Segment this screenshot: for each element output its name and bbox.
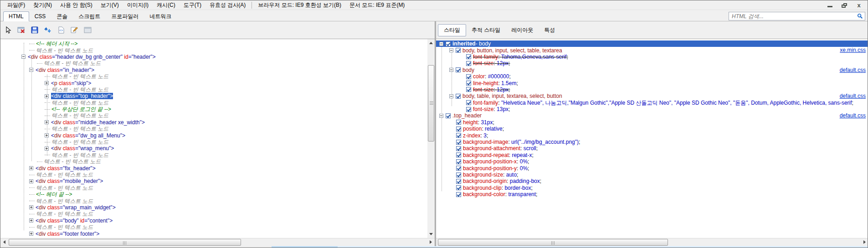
window-button[interactable] <box>82 25 92 35</box>
stylesheet-link[interactable]: default.css <box>840 67 866 73</box>
menu-item[interactable]: 사용 안 함(S) <box>56 0 97 10</box>
menu-item[interactable]: 파일(F) <box>3 0 29 10</box>
tree-row-text-node[interactable]: 텍스트 - 빈 텍스트 노드 <box>0 60 427 66</box>
style-property-row[interactable]: line-height: 1.5em; <box>436 80 868 86</box>
tree-row-text-node[interactable]: 텍스트 - 빈 텍스트 노드 <box>0 86 427 93</box>
collapse-icon[interactable] <box>449 48 453 52</box>
property-enabled-checkbox[interactable] <box>456 166 461 171</box>
tree-row-element[interactable]: <div class="footer footer"> <box>0 230 427 237</box>
tree-row-text-node[interactable]: 텍스트 - 빈 텍스트 노드 <box>0 100 427 106</box>
tree-row-text-node[interactable]: 텍스트 - 빈 텍스트 노드 <box>0 47 427 53</box>
style-property-row[interactable]: font-size: 13px; <box>436 106 868 112</box>
tree-row-element[interactable]: <p class="skip"> <box>0 80 427 86</box>
tree-row-element[interactable]: <div class="wrap_main_widget"> <box>0 204 427 211</box>
style-property-row[interactable]: font-family: "Helvetica Neue", 나눔고딕,"Mal… <box>436 100 868 106</box>
style-pane-tab[interactable]: 레이아웃 <box>506 25 539 36</box>
expand-icon[interactable] <box>45 120 49 124</box>
rule-enabled-checkbox[interactable] <box>456 94 461 99</box>
tree-row-text-node[interactable]: 텍스트 - 빈 텍스트 노드 <box>0 139 427 145</box>
style-property-row[interactable]: position: relative; <box>436 126 868 132</box>
menu-item[interactable]: 이미지(I) <box>123 0 153 10</box>
tree-row-text-node[interactable]: 텍스트 - 빈 텍스트 노드 <box>0 112 427 119</box>
expand-icon[interactable] <box>29 218 33 223</box>
tree-row-element[interactable]: <div class="wrap_menu"> <box>0 145 427 152</box>
tree-row-element[interactable]: <div class="top_header"> <box>0 93 427 99</box>
style-property-row[interactable]: color: #000000; <box>436 73 868 80</box>
style-rule-row[interactable]: .top_headerdefault.css <box>436 112 868 119</box>
tree-row-comment[interactable]: <!-- 우상단 로그인 끝 --> <box>0 106 427 112</box>
style-property-row[interactable]: background-size: auto; <box>436 172 868 178</box>
style-property-row[interactable]: background-repeat: repeat-x; <box>436 152 868 158</box>
tab-html[interactable]: HTML <box>3 11 29 21</box>
expand-icon[interactable] <box>45 94 49 98</box>
property-enabled-checkbox[interactable] <box>456 120 461 125</box>
style-property-row[interactable]: z-index: 3; <box>436 132 868 138</box>
refresh-button[interactable] <box>43 25 53 35</box>
scroll-left-button[interactable] <box>0 238 8 246</box>
tree-row-element[interactable]: <div class="mobile_heder"> <box>0 178 427 184</box>
expand-icon[interactable] <box>45 133 49 137</box>
collapse-icon[interactable] <box>439 114 443 118</box>
restore-button[interactable] <box>839 2 849 9</box>
style-rule-row[interactable]: body, button, input, select, table, text… <box>436 47 868 53</box>
style-property-row[interactable]: font-family: Tahoma,Geneva,sans-serif; <box>436 54 868 60</box>
menu-item[interactable]: 보기(V) <box>97 0 123 10</box>
tree-vertical-scrollbar[interactable] <box>427 39 435 238</box>
style-property-row[interactable]: background-origin: padding-box; <box>436 178 868 184</box>
scrollbar-thumb[interactable] <box>428 65 434 142</box>
collapse-icon[interactable] <box>449 68 453 72</box>
expand-icon[interactable] <box>29 166 33 170</box>
scroll-down-button[interactable] <box>427 231 435 238</box>
collapse-icon[interactable] <box>29 68 33 72</box>
style-rule-row[interactable]: body, table, input, textarea, select, bu… <box>436 93 868 99</box>
style-rule-row[interactable]: bodydefault.css <box>436 67 868 73</box>
property-enabled-checkbox[interactable] <box>456 152 461 157</box>
menu-item[interactable]: 유효성 검사(A) <box>205 0 250 10</box>
stylesheet-link[interactable]: default.css <box>840 112 866 119</box>
style-property-row[interactable]: background-position-x: 0%; <box>436 158 868 165</box>
property-enabled-checkbox[interactable] <box>466 107 471 112</box>
view-source-button[interactable]: <> <box>56 25 66 35</box>
scroll-right-button[interactable] <box>427 238 435 246</box>
menu-item[interactable]: 찾기(N) <box>29 0 56 10</box>
style-property-row[interactable]: background-position-y: 0%; <box>436 165 868 171</box>
style-property-row[interactable]: font-size: 12px; <box>436 86 868 93</box>
tab-스크립트[interactable]: 스크립트 <box>73 11 106 22</box>
tree-row-text-node[interactable]: 텍스트 - 빈 텍스트 노드 <box>0 185 427 191</box>
collapse-icon[interactable] <box>439 42 443 46</box>
tree-row-comment[interactable]: <!-- 헤더 끝 --> <box>0 191 427 197</box>
tree-horizontal-scrollbar[interactable] <box>0 238 435 246</box>
tree-row-element[interactable]: <div class="body" id="content"> <box>0 218 427 224</box>
tree-row-text-node[interactable]: 텍스트 - 빈 텍스트 노드 <box>0 211 427 217</box>
tree-row-comment[interactable]: <!-- 헤더 시작 --> <box>0 40 427 47</box>
search-input[interactable] <box>731 13 857 20</box>
style-property-row[interactable]: font-size: 12px; <box>436 60 868 66</box>
tree-row-element[interactable]: <div class="header dw_bg gnb_center" id=… <box>0 54 427 60</box>
expand-icon[interactable] <box>45 147 49 151</box>
property-enabled-checkbox[interactable] <box>456 127 461 132</box>
tree-row-text-node[interactable]: 텍스트 - 빈 텍스트 노드 <box>0 224 427 230</box>
rule-enabled-checkbox[interactable] <box>446 41 451 46</box>
tree-row-text-node[interactable]: 텍스트 - 빈 텍스트 노드 <box>0 158 427 165</box>
menu-item[interactable]: 캐시(C) <box>153 0 180 10</box>
property-enabled-checkbox[interactable] <box>466 74 471 79</box>
property-enabled-checkbox[interactable] <box>456 179 461 184</box>
menu-mode-item[interactable]: 브라우저 모드: IE9 호환성 보기(B) <box>254 0 345 10</box>
style-property-row[interactable]: background-image: url("../img/bg_account… <box>436 139 868 145</box>
collapse-icon[interactable] <box>21 55 26 59</box>
tab-콘솔[interactable]: 콘솔 <box>51 11 73 22</box>
expand-icon[interactable] <box>29 205 33 209</box>
minimize-button[interactable] <box>825 2 835 9</box>
tree-row-element[interactable]: <div class="middle_header xe_width"> <box>0 119 427 126</box>
tab-네트워크[interactable]: 네트워크 <box>144 11 177 22</box>
scrollbar-thumb[interactable] <box>9 239 241 246</box>
property-enabled-checkbox[interactable] <box>466 61 471 66</box>
tab-프로파일러[interactable]: 프로파일러 <box>106 11 144 22</box>
tree-row-element[interactable]: <div class="fix_header"> <box>0 165 427 171</box>
tree-row-text-node[interactable]: 텍스트 - 빈 텍스트 노드 <box>0 126 427 132</box>
tree-row-element[interactable]: <div class="in_header"> <box>0 67 427 73</box>
inherited-section-row[interactable]: inherited - body <box>436 40 868 47</box>
style-property-row[interactable]: height: 31px; <box>436 119 868 126</box>
tree-row-text-node[interactable]: 텍스트 - 빈 텍스트 노드 <box>0 73 427 80</box>
property-enabled-checkbox[interactable] <box>456 159 461 164</box>
